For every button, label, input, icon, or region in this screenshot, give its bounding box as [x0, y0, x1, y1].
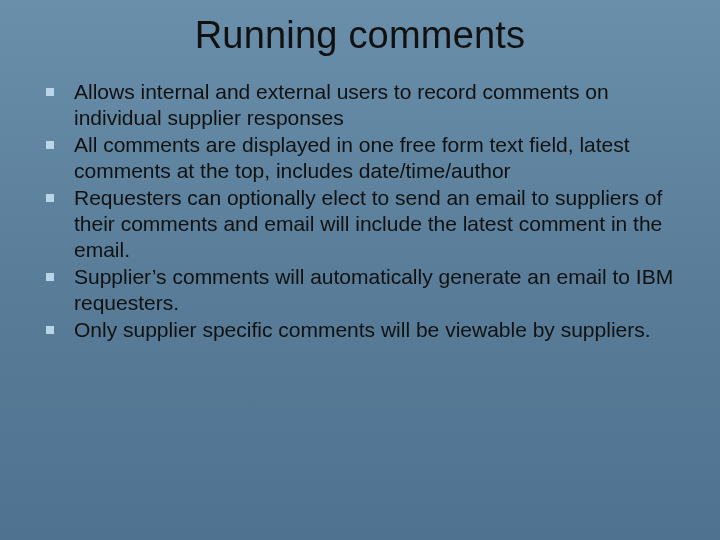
square-bullet-icon	[46, 326, 54, 334]
list-item-text: Supplier’s comments will automatically g…	[74, 265, 673, 314]
list-item: Requesters can optionally elect to send …	[40, 185, 684, 262]
square-bullet-icon	[46, 88, 54, 96]
list-item-text: Allows internal and external users to re…	[74, 80, 609, 129]
square-bullet-icon	[46, 273, 54, 281]
list-item-text: Requesters can optionally elect to send …	[74, 186, 662, 260]
slide: Running comments Allows internal and ext…	[0, 0, 720, 540]
list-item-text: Only supplier specific comments will be …	[74, 318, 651, 341]
square-bullet-icon	[46, 141, 54, 149]
page-title: Running comments	[36, 14, 684, 57]
list-item: Supplier’s comments will automatically g…	[40, 264, 684, 315]
square-bullet-icon	[46, 194, 54, 202]
bullet-list: Allows internal and external users to re…	[40, 79, 684, 343]
list-item: All comments are displayed in one free f…	[40, 132, 684, 183]
list-item: Allows internal and external users to re…	[40, 79, 684, 130]
list-item: Only supplier specific comments will be …	[40, 317, 684, 343]
list-item-text: All comments are displayed in one free f…	[74, 133, 630, 182]
